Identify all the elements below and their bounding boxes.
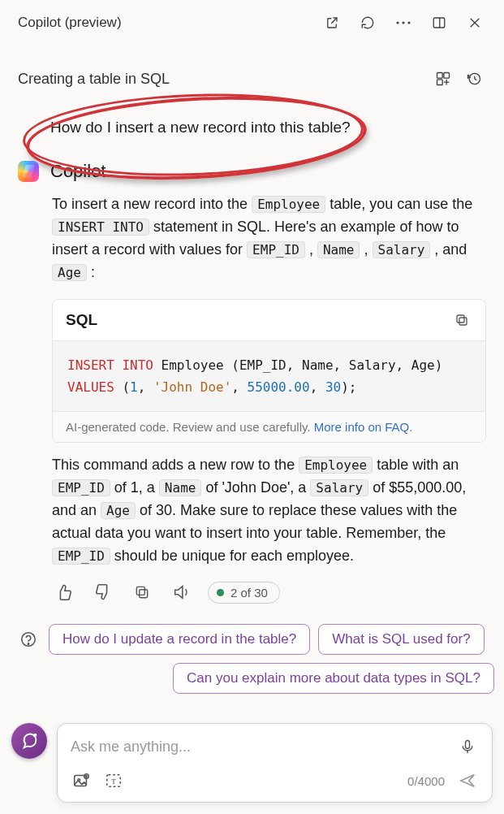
code-pill: EMP_ID [52,479,110,496]
microphone-icon[interactable] [456,735,479,758]
more-icon[interactable] [389,8,418,37]
prompt-input[interactable] [71,738,448,756]
composer: T 0/4000 [57,723,493,803]
code-pill: Salary [310,479,368,496]
faq-link[interactable]: More info on FAQ [314,420,410,434]
response: Copilot To insert a new record into the … [0,161,504,604]
suggestion-icon [16,627,41,652]
svg-rect-11 [459,318,467,325]
send-icon[interactable] [456,769,479,792]
suggestion-chip[interactable]: Can you explain more about data types in… [173,663,494,694]
topic-label: Creating a table in SQL [18,71,424,88]
code-pill: Age [52,264,87,281]
code-pill: INSERT INTO [52,219,149,236]
code-pill: Employee [299,457,373,474]
code-content: INSERT INTO Employee (EMP_ID, Name, Sala… [53,341,485,411]
app-title: Copilot (preview) [18,15,311,31]
code-pill: EMP_ID [247,241,305,258]
new-chat-button[interactable] [11,723,47,759]
response-paragraph-1: To insert a new record into the Employee… [52,193,486,284]
code-pill: Employee [252,196,325,213]
response-paragraph-2: This command adds a new row to the Emplo… [52,454,486,567]
code-pill: Salary [373,241,431,258]
svg-point-17 [34,734,36,736]
history-icon[interactable] [462,67,486,91]
add-image-icon[interactable] [71,770,92,791]
svg-rect-14 [136,587,144,595]
read-aloud-icon[interactable] [169,580,193,604]
thumbs-down-icon[interactable] [91,580,115,604]
suggestion-chip[interactable]: What is SQL used for? [318,624,484,655]
response-actions: 2 of 30 [52,580,486,604]
svg-point-0 [396,21,398,24]
status-dot-icon [217,589,224,596]
code-block-header: SQL [53,300,485,341]
sender-name: Copilot [50,161,106,182]
svg-point-16 [28,643,28,644]
user-prompt: How do I insert a new record into this t… [50,119,486,136]
thumbs-up-icon[interactable] [52,580,76,604]
suggestion-chip[interactable]: How do I update a record in the table? [49,624,310,655]
topic-row: Creating a table in SQL [0,44,504,91]
copilot-logo-icon [18,161,39,182]
svg-rect-8 [444,73,450,79]
code-block: SQL INSERT INTO Employee (EMP_ID, Name, … [52,299,486,443]
user-prompt-wrap: How do I insert a new record into this t… [0,91,504,161]
response-header: Copilot [18,161,486,182]
code-pill: Age [101,502,136,519]
svg-rect-7 [437,73,443,79]
ocr-select-icon[interactable]: T [103,770,124,791]
code-language: SQL [66,311,451,329]
titlebar: Copilot (preview) [0,0,504,44]
svg-point-2 [407,21,410,24]
code-disclaimer: AI-generated code. Review and use carefu… [53,411,485,442]
svg-rect-13 [140,590,148,598]
svg-rect-12 [457,315,464,323]
suggestions: How do I update a record in the table? W… [0,624,504,694]
composer-area: T 0/4000 [0,723,504,803]
code-pill: Name [317,241,360,258]
code-pill: EMP_ID [52,548,110,565]
close-icon[interactable] [460,8,489,37]
code-pill: Name [159,479,202,496]
svg-point-1 [402,21,404,24]
copy-response-icon[interactable] [130,580,154,604]
svg-rect-9 [437,80,443,85]
svg-text:T: T [111,777,116,786]
response-counter[interactable]: 2 of 30 [208,582,280,604]
svg-rect-18 [466,741,470,749]
plugins-icon[interactable] [431,67,455,91]
panel-icon[interactable] [424,8,454,37]
refresh-icon[interactable] [353,8,382,37]
svg-rect-3 [433,18,445,28]
copy-code-icon[interactable] [451,310,472,331]
char-counter: 0/4000 [407,774,445,788]
open-external-icon[interactable] [317,8,347,37]
